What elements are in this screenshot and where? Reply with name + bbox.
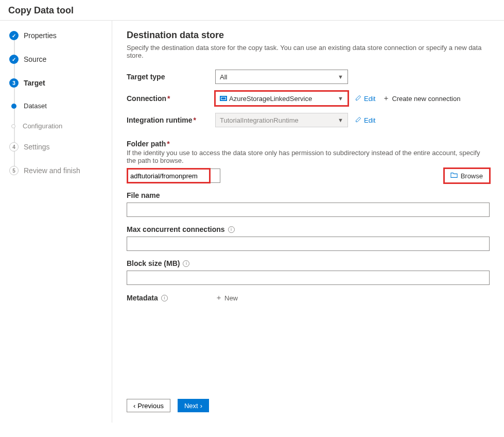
edit-runtime-button[interactable]: Edit bbox=[355, 116, 375, 124]
hint-folder-path: If the identity you use to access the da… bbox=[127, 149, 487, 164]
step-label: Target bbox=[24, 79, 45, 87]
page-title: Copy Data tool bbox=[8, 5, 496, 16]
row-max-concurrent: Max concurrent connections i bbox=[127, 225, 490, 251]
label-folder-path: Folder path* bbox=[127, 140, 490, 148]
row-block-size: Block size (MB) i bbox=[127, 259, 490, 285]
info-icon[interactable]: i bbox=[183, 260, 189, 267]
chevron-down-icon: ▼ bbox=[338, 74, 343, 80]
main-panel: Destination data store Specify the desti… bbox=[112, 21, 504, 423]
label-metadata: Metadata i bbox=[127, 294, 215, 302]
substep-bullet-icon bbox=[11, 124, 15, 128]
row-integration-runtime: Integration runtime* TutorialIntegration… bbox=[127, 113, 490, 127]
required-icon: * bbox=[167, 140, 169, 148]
folder-icon bbox=[450, 172, 458, 180]
wizard-sidebar: Properties Source 3 Target Dataset Confi… bbox=[0, 21, 112, 423]
row-metadata: Metadata i ＋ New bbox=[127, 293, 490, 302]
info-icon[interactable]: i bbox=[161, 295, 168, 301]
substep-bullet-icon bbox=[11, 104, 16, 109]
pencil-icon bbox=[355, 94, 362, 103]
edit-connection-button[interactable]: Edit bbox=[355, 94, 375, 103]
page-body: Properties Source 3 Target Dataset Confi… bbox=[0, 21, 504, 423]
label-integration-runtime: Integration runtime* bbox=[127, 116, 215, 124]
section-subtitle: Specify the destination data store for t… bbox=[127, 44, 490, 59]
step-source[interactable]: Source bbox=[9, 55, 112, 64]
section-title: Destination data store bbox=[127, 30, 490, 41]
step-label: Settings bbox=[24, 143, 50, 151]
check-icon bbox=[9, 31, 19, 40]
step-review[interactable]: 5 Review and finish bbox=[9, 166, 112, 175]
substep-configuration[interactable]: Configuration bbox=[9, 122, 112, 130]
required-icon: * bbox=[194, 116, 196, 124]
step-label: Properties bbox=[24, 31, 57, 40]
plus-icon: ＋ bbox=[383, 94, 390, 103]
label-block-size: Block size (MB) i bbox=[127, 259, 490, 267]
pencil-icon bbox=[355, 116, 362, 124]
browse-button[interactable]: Browse bbox=[444, 169, 490, 183]
step-settings[interactable]: 4 Settings bbox=[9, 142, 112, 152]
next-button[interactable]: Next › bbox=[178, 399, 209, 412]
info-icon[interactable]: i bbox=[228, 226, 235, 233]
row-connection: Connection* AzureStorageLinkedService ▼ … bbox=[127, 91, 490, 106]
chevron-left-icon: ‹ bbox=[133, 402, 135, 410]
step-label: Source bbox=[24, 55, 46, 63]
required-icon: * bbox=[167, 94, 170, 103]
label-target-type: Target type bbox=[127, 73, 215, 81]
input-file-name[interactable] bbox=[127, 203, 490, 217]
step-label: Dataset bbox=[24, 102, 47, 110]
select-value: AzureStorageLinkedService bbox=[229, 95, 312, 103]
label-file-name: File name bbox=[127, 191, 490, 199]
plus-icon: ＋ bbox=[215, 293, 222, 302]
chevron-down-icon: ▼ bbox=[338, 117, 343, 123]
step-number-icon: 5 bbox=[9, 166, 19, 175]
create-new-connection-button[interactable]: ＋ Create new connection bbox=[383, 94, 460, 103]
row-target-type: Target type All ▼ bbox=[127, 70, 490, 84]
select-target-type[interactable]: All ▼ bbox=[215, 70, 348, 84]
step-number-icon: 3 bbox=[9, 78, 19, 88]
step-target[interactable]: 3 Target bbox=[9, 78, 112, 88]
storage-icon bbox=[220, 96, 227, 101]
page-header: Copy Data tool bbox=[0, 0, 504, 21]
wizard-footer: ‹ Previous Next › bbox=[127, 391, 490, 412]
input-max-concurrent[interactable] bbox=[127, 237, 490, 251]
new-metadata-button[interactable]: ＋ New bbox=[215, 293, 238, 302]
substep-dataset[interactable]: Dataset bbox=[9, 102, 112, 110]
chevron-right-icon: › bbox=[200, 402, 202, 410]
select-value: All bbox=[220, 73, 227, 81]
step-properties[interactable]: Properties bbox=[9, 31, 112, 40]
select-value: TutorialIntegrationRuntime bbox=[220, 116, 299, 124]
select-integration-runtime[interactable]: TutorialIntegrationRuntime ▼ bbox=[215, 113, 348, 127]
step-label: Review and finish bbox=[24, 166, 80, 175]
row-file-name: File name bbox=[127, 191, 490, 217]
previous-button[interactable]: ‹ Previous bbox=[127, 399, 170, 412]
input-block-size[interactable] bbox=[127, 271, 490, 285]
input-folder-path[interactable] bbox=[127, 169, 220, 183]
label-connection: Connection* bbox=[127, 94, 215, 103]
row-folder-path: Browse bbox=[127, 169, 490, 183]
check-icon bbox=[9, 55, 19, 64]
select-connection[interactable]: AzureStorageLinkedService ▼ bbox=[215, 91, 348, 106]
step-list: Properties Source 3 Target Dataset Confi… bbox=[9, 31, 112, 175]
chevron-down-icon: ▼ bbox=[338, 95, 343, 102]
label-max-concurrent: Max concurrent connections i bbox=[127, 225, 490, 233]
step-label: Configuration bbox=[23, 122, 62, 130]
step-number-icon: 4 bbox=[9, 142, 19, 152]
